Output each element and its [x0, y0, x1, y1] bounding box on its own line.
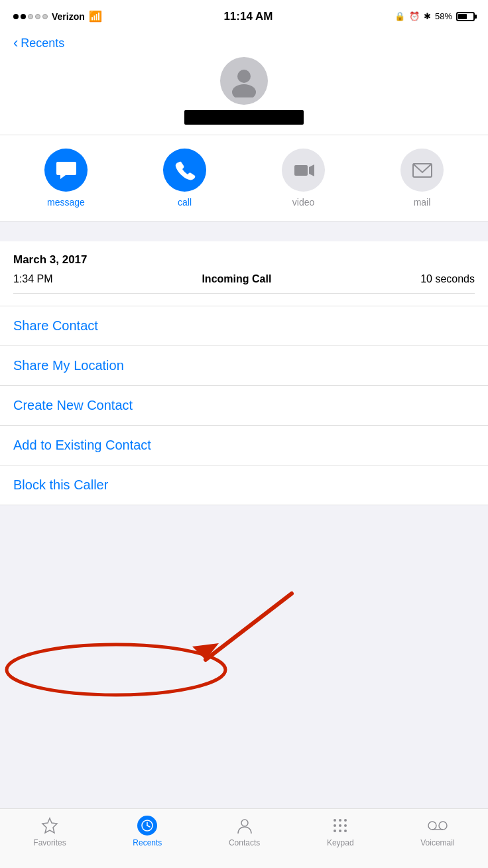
svg-marker-3 [309, 164, 314, 176]
svg-marker-8 [42, 818, 57, 833]
svg-point-15 [344, 819, 347, 822]
mail-circle [400, 149, 444, 192]
signal-strength [13, 14, 48, 19]
back-label: Recents [21, 36, 64, 50]
status-bar: Verizon 📶 11:14 AM 🔒 ⏰ ✱ 58% [0, 0, 488, 29]
share-contact-item[interactable]: Share Contact [0, 306, 488, 346]
signal-dot-1 [13, 14, 19, 19]
bluetooth-icon: ✱ [424, 11, 431, 21]
svg-point-17 [339, 824, 341, 827]
svg-point-13 [334, 819, 336, 822]
voicemail-tape-icon [428, 817, 448, 834]
back-button[interactable]: ‹ Recents [13, 36, 64, 50]
svg-point-5 [7, 645, 225, 695]
person-icon [227, 64, 261, 97]
voicemail-label: Voicemail [420, 838, 454, 847]
call-detail-row: 1:34 PM Incoming Call 10 seconds [13, 273, 475, 294]
call-date: March 3, 2017 [13, 253, 475, 267]
svg-point-23 [439, 822, 447, 830]
tab-contacts[interactable]: Contacts [229, 816, 260, 847]
signal-dot-5 [42, 14, 48, 19]
call-type: Incoming Call [202, 273, 271, 285]
call-circle [163, 149, 206, 192]
message-icon [54, 158, 78, 182]
svg-point-14 [339, 819, 341, 822]
action-buttons-row: message call video [0, 135, 488, 221]
message-circle [44, 149, 88, 192]
signal-dot-3 [28, 14, 33, 19]
message-button[interactable]: message [44, 149, 88, 208]
call-duration: 10 seconds [420, 273, 475, 285]
call-time: 1:34 PM [13, 273, 53, 285]
call-info-section: March 3, 2017 1:34 PM Incoming Call 10 s… [0, 241, 488, 306]
video-label: video [292, 197, 314, 208]
tab-bar: Favorites Recents [0, 808, 488, 868]
favorites-icon [40, 816, 60, 836]
keypad-icon [330, 816, 350, 836]
tab-favorites[interactable]: Favorites [33, 816, 66, 847]
alarm-icon: ⏰ [409, 11, 420, 21]
add-existing-item[interactable]: Add to Existing Contact [0, 426, 488, 465]
svg-point-19 [334, 830, 336, 832]
contact-header: ‹ Recents [0, 29, 488, 135]
recents-icon [137, 816, 157, 836]
lock-icon: 🔒 [395, 11, 405, 21]
video-icon [292, 158, 316, 182]
mail-icon [410, 158, 434, 182]
tab-recents[interactable]: Recents [133, 816, 162, 847]
wifi-icon: 📶 [89, 10, 102, 23]
tab-voicemail[interactable]: Voicemail [420, 816, 454, 847]
clock-icon [141, 820, 153, 832]
contacts-label: Contacts [229, 838, 260, 847]
battery-indicator [456, 12, 475, 21]
grid-icon [332, 817, 349, 834]
carrier-label: Verizon [52, 11, 85, 22]
video-circle [282, 149, 325, 192]
svg-point-0 [237, 70, 251, 83]
contacts-icon [235, 816, 255, 836]
mail-button[interactable]: mail [400, 149, 444, 208]
favorites-label: Favorites [33, 838, 66, 847]
svg-point-21 [344, 830, 347, 832]
share-location-item[interactable]: Share My Location [0, 346, 488, 386]
call-button[interactable]: call [163, 149, 206, 208]
status-right: 🔒 ⏰ ✱ 58% [395, 11, 475, 21]
video-button[interactable]: video [282, 149, 325, 208]
keypad-label: Keypad [327, 838, 354, 847]
voicemail-icon [428, 816, 448, 836]
svg-point-20 [339, 830, 341, 832]
status-left: Verizon 📶 [13, 10, 102, 23]
status-time: 11:14 AM [223, 10, 273, 23]
svg-point-16 [334, 824, 336, 827]
svg-point-18 [344, 824, 347, 827]
svg-rect-2 [294, 165, 308, 176]
call-icon [173, 158, 197, 182]
call-label: call [178, 197, 192, 208]
svg-line-6 [206, 593, 292, 660]
contact-name-redacted [184, 110, 304, 125]
block-caller-section: Block this Caller [0, 465, 488, 505]
battery-percentage: 58% [435, 11, 452, 21]
star-icon [41, 817, 58, 834]
message-label: message [47, 197, 85, 208]
create-contact-item[interactable]: Create New Contact [0, 386, 488, 426]
signal-dot-4 [35, 14, 40, 19]
chevron-left-icon: ‹ [13, 36, 18, 50]
svg-point-22 [428, 822, 436, 830]
contact-avatar [220, 57, 268, 105]
recents-label: Recents [133, 838, 162, 847]
person-tab-icon [235, 816, 254, 835]
tab-keypad[interactable]: Keypad [327, 816, 354, 847]
mail-label: mail [414, 197, 431, 208]
svg-point-12 [241, 820, 248, 826]
svg-line-11 [147, 826, 150, 827]
svg-marker-7 [192, 643, 219, 660]
block-caller-button[interactable]: Block this Caller [13, 477, 108, 493]
signal-dot-2 [21, 14, 26, 19]
action-list: Share Contact Share My Location Create N… [0, 306, 488, 465]
svg-point-1 [232, 84, 256, 97]
